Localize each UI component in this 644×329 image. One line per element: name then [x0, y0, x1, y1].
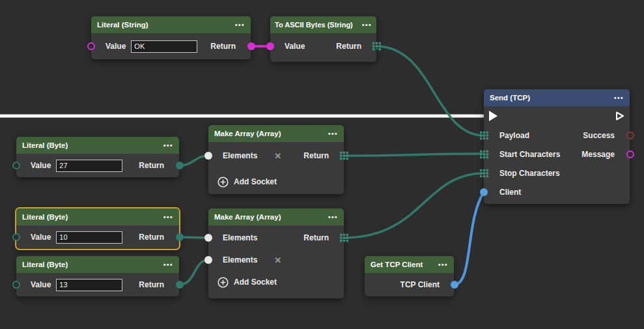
start-characters-label: Start Characters: [499, 150, 560, 159]
value-input-socket[interactable]: [12, 162, 20, 169]
wire-array1-to-startchars[interactable]: [344, 154, 484, 156]
value-input-socket[interactable]: [266, 42, 274, 50]
elements-input-socket[interactable]: [204, 256, 212, 264]
node-literal-byte-10[interactable]: Literal (Byte) ••• Value Return: [16, 208, 179, 249]
value-label: Value: [31, 280, 51, 289]
value-input-socket[interactable]: [12, 281, 20, 289]
value-input[interactable]: [56, 231, 122, 244]
array-output-socket[interactable]: [340, 234, 348, 242]
add-socket-label[interactable]: Add Socket: [234, 278, 277, 287]
return-output-socket[interactable]: [176, 281, 184, 289]
node-header[interactable]: Literal (Byte) •••: [16, 208, 179, 225]
menu-icon[interactable]: •••: [438, 261, 448, 268]
tcp-client-label: TCP Client: [400, 280, 440, 289]
node-title: Make Array (Array): [214, 130, 281, 137]
success-output-socket[interactable]: [626, 132, 634, 139]
remove-socket-icon[interactable]: ✕: [274, 151, 281, 161]
menu-icon[interactable]: •••: [163, 261, 173, 268]
node-title: Literal (Byte): [22, 261, 68, 268]
node-header[interactable]: Literal (Byte) •••: [16, 256, 179, 273]
add-socket-icon[interactable]: [217, 177, 229, 188]
node-header[interactable]: Get TCP Client •••: [365, 256, 454, 273]
wire-byte13-to-array2[interactable]: [179, 260, 208, 285]
flow-input-icon[interactable]: [489, 111, 497, 121]
node-title: Make Array (Array): [214, 213, 281, 221]
menu-icon[interactable]: •••: [235, 21, 245, 29]
node-header[interactable]: To ASCII Bytes (String) •••: [270, 16, 376, 33]
array-output-socket[interactable]: [372, 42, 381, 51]
return-label: Return: [139, 233, 164, 242]
value-input[interactable]: [56, 279, 122, 291]
node-header[interactable]: Make Array (Array) •••: [208, 125, 344, 142]
return-label: Return: [336, 42, 361, 51]
return-label: Return: [303, 151, 329, 160]
return-label: Return: [139, 161, 164, 170]
node-title: Send (TCP): [490, 94, 530, 102]
node-literal-byte-13[interactable]: Literal (Byte) ••• Value Return: [16, 256, 179, 296]
node-title: Literal (Byte): [22, 141, 68, 149]
return-output-socket[interactable]: [176, 162, 184, 169]
value-input-socket[interactable]: [12, 233, 20, 241]
message-output-socket[interactable]: [626, 150, 634, 158]
stop-characters-input-socket[interactable]: [480, 169, 488, 177]
value-label: Value: [285, 42, 305, 51]
menu-icon[interactable]: •••: [328, 130, 338, 137]
elements-label: Elements: [223, 255, 257, 265]
menu-icon[interactable]: •••: [614, 94, 624, 102]
payload-input-socket[interactable]: [480, 131, 488, 139]
return-label: Return: [210, 42, 236, 51]
node-make-array-2[interactable]: Make Array (Array) ••• Elements Return E…: [208, 208, 344, 298]
value-label: Value: [31, 233, 51, 242]
success-label: Success: [583, 131, 615, 140]
node-get-tcp-client[interactable]: Get TCP Client ••• TCP Client: [365, 256, 454, 296]
menu-icon[interactable]: •••: [328, 214, 338, 221]
node-title: To ASCII Bytes (String): [275, 21, 353, 29]
value-label: Value: [105, 42, 126, 51]
client-label: Client: [499, 188, 521, 197]
node-title: Literal (String): [97, 21, 148, 29]
node-to-ascii-bytes[interactable]: To ASCII Bytes (String) ••• Value Return: [270, 16, 376, 62]
start-characters-input-socket[interactable]: [480, 150, 488, 158]
value-input-socket[interactable]: [87, 42, 95, 50]
flow-output-icon[interactable]: [615, 111, 624, 121]
menu-icon[interactable]: •••: [163, 214, 173, 221]
node-title: Literal (Byte): [22, 213, 68, 221]
elements-input-socket[interactable]: [204, 152, 212, 160]
payload-label: Payload: [499, 131, 529, 140]
tcp-client-output-socket[interactable]: [451, 281, 458, 289]
stop-characters-label: Stop Characters: [499, 169, 560, 178]
value-input[interactable]: [56, 160, 122, 172]
client-input-socket[interactable]: [480, 188, 488, 196]
return-label: Return: [303, 233, 329, 242]
node-literal-string[interactable]: Literal (String) ••• Value Return: [91, 16, 251, 59]
node-header[interactable]: Literal (String) •••: [91, 16, 251, 33]
value-input[interactable]: [131, 40, 197, 53]
add-socket-icon[interactable]: [217, 277, 229, 288]
wire-tcpclient-to-client[interactable]: [454, 192, 484, 285]
remove-socket-icon[interactable]: ✕: [274, 255, 281, 265]
wire-asciibytes-to-payload[interactable]: [376, 46, 484, 136]
message-label: Message: [581, 150, 615, 159]
node-send-tcp[interactable]: Send (TCP) ••• Payload Success Start Cha…: [484, 89, 630, 204]
menu-icon[interactable]: •••: [163, 142, 173, 149]
wire-array2-to-stopchars[interactable]: [344, 173, 484, 238]
elements-label: Elements: [223, 151, 257, 160]
elements-input-socket[interactable]: [204, 234, 212, 242]
array-output-socket[interactable]: [340, 152, 348, 160]
node-header[interactable]: Make Array (Array) •••: [208, 208, 344, 225]
node-make-array-1[interactable]: Make Array (Array) ••• Elements ✕ Return…: [208, 125, 344, 194]
add-socket-label[interactable]: Add Socket: [234, 177, 277, 186]
menu-icon[interactable]: •••: [362, 21, 372, 29]
return-label: Return: [139, 280, 164, 289]
node-header[interactable]: Literal (Byte) •••: [16, 137, 179, 154]
elements-label: Elements: [223, 233, 257, 242]
node-header[interactable]: Send (TCP) •••: [484, 89, 630, 106]
node-title: Get TCP Client: [371, 261, 423, 268]
return-output-socket[interactable]: [176, 233, 184, 241]
node-editor-canvas[interactable]: Literal (String) ••• Value Return To ASC…: [0, 0, 644, 329]
return-output-socket[interactable]: [247, 42, 255, 50]
value-label: Value: [31, 161, 51, 170]
node-literal-byte-27[interactable]: Literal (Byte) ••• Value Return: [16, 137, 179, 177]
